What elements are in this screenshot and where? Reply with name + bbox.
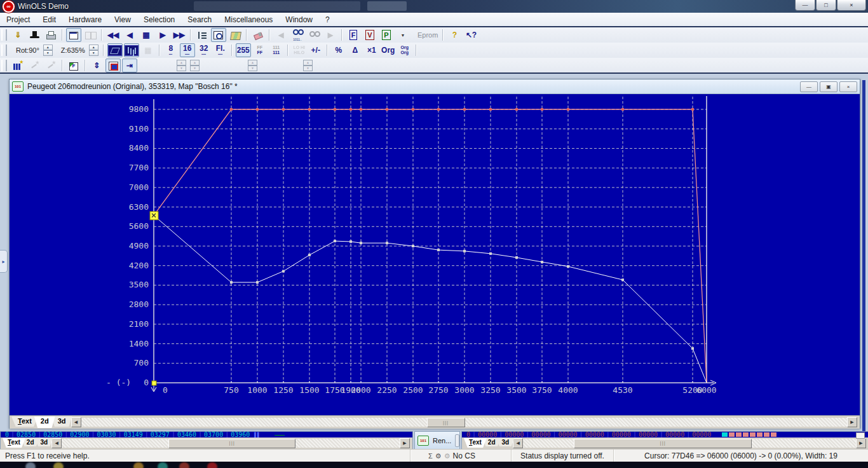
menu-item-edit[interactable]: Edit [36,14,62,25]
search-forward-icon[interactable]: ▶ [323,28,338,42]
cell-value[interactable]: 00000 [585,432,604,437]
spinner-down-icon[interactable]: ▼ [177,65,186,71]
search-back-icon[interactable]: ◀ [273,28,288,42]
cell-value[interactable]: 0 [5,432,9,437]
word-16-icon[interactable]: 16▪▪▪▪ [180,43,195,57]
go-first-icon[interactable]: ◀◀ [105,28,121,42]
row-height-icon[interactable]: ⇕ [89,59,104,72]
tab-3d[interactable]: 3d [497,438,515,446]
scroll-right-icon[interactable]: ▶ [400,438,410,448]
go-next-icon[interactable]: ▶ [155,28,170,42]
rotation-spinner[interactable]: ▲▼ [43,45,53,56]
cell-value[interactable]: 02900 [70,432,89,437]
view-3d-icon[interactable] [107,43,123,57]
table-view-icon[interactable]: ▦ [139,28,154,42]
taskbar-app-icon[interactable] [179,462,189,468]
scrollbar-track[interactable]: ||| [62,439,400,448]
scroll-left-icon[interactable]: ◀ [71,417,81,427]
background-window-right[interactable]: 0|00000|00000|00000|00000|00000|00000|00… [461,431,868,450]
go-previous-icon[interactable]: ◀ [122,28,137,42]
cell-value[interactable]: 03297 [151,432,170,437]
view-mode-dropdown-icon[interactable]: ▼ [395,28,410,42]
decimal-display-icon[interactable]: 255 [236,43,251,57]
spinner-up-icon[interactable]: ▲ [303,60,313,65]
preview-window-icon[interactable] [211,28,226,42]
percent-display-icon[interactable]: % [331,43,346,57]
percent-view-icon[interactable]: P [379,28,394,42]
original-versions-icon[interactable]: OrgOrg [397,43,412,57]
go-last-icon[interactable]: ▶▶ [172,28,187,42]
spinner-down-icon[interactable]: ▼ [190,65,200,71]
project-tree-icon[interactable] [194,28,210,42]
zoom-spinner[interactable]: ▲▼ [89,45,98,56]
maximize-button[interactable]: □ [816,0,836,11]
taskbar-app-icon[interactable] [158,462,168,468]
grid-view-icon[interactable]: ▦ [140,43,156,57]
insert-map-icon[interactable] [66,59,81,72]
new-window-icon[interactable] [66,28,81,42]
taskbar-app-icon[interactable] [53,462,64,468]
axis-spinner-d[interactable]: ▲▼ [303,60,313,71]
scroll-left-icon[interactable]: ◀ [513,438,523,448]
spinner-up-icon[interactable]: ▲ [190,60,200,65]
spinner-up-icon[interactable]: ▲ [177,60,186,65]
axis-spinner-b[interactable]: ▲▼ [190,60,200,71]
menu-item-search[interactable]: Search [181,14,218,25]
scrollbar-track[interactable]: ||| [81,418,848,427]
map-2d-view[interactable]: 0700140021002800350042004900560063007000… [10,94,860,415]
taskbar-start-orb[interactable] [25,462,36,468]
original-icon[interactable]: Org [381,43,396,57]
axis-spinner-c[interactable]: ▲▼ [248,60,257,71]
tab-2d[interactable]: 2d [34,416,55,428]
import-icon[interactable]: ⇓ [10,28,25,42]
value-view-icon[interactable]: V [362,28,377,42]
cell-value[interactable]: 00000 [612,432,631,437]
restore-button[interactable]: ▣ [820,81,837,92]
byte-8-icon[interactable]: 8▪▪▪ [163,43,179,57]
taskbar-app-icon[interactable] [207,462,217,468]
map-wizard-icon[interactable] [10,59,25,72]
byte-order-icon[interactable]: LO HIHILO [292,43,307,57]
background-window-left[interactable]: 0|02850|02850|02900|03030|03149|03297|03… [0,431,413,450]
cell-value[interactable]: 0 [466,432,470,437]
scroll-right-icon[interactable]: ▶ [847,417,857,427]
toolbar-grip[interactable] [1,29,7,41]
scroll-right-icon[interactable]: ▶ [856,438,866,448]
map-wizard-2-icon[interactable] [27,59,42,72]
hex-display-icon[interactable]: FFFF [252,43,268,57]
signed-icon[interactable]: +/- [308,43,323,57]
menu-item-[interactable]: ? [319,14,336,25]
toolbar-grip[interactable] [1,60,7,71]
menu-item-project[interactable]: Project [0,14,36,25]
cell-value[interactable]: 03460 [177,432,196,437]
map-wizard-3-icon[interactable] [43,59,58,72]
cell-value[interactable]: 00000 [531,432,550,437]
scrollbar-thumb[interactable]: ||| [168,439,295,448]
app-titlebar[interactable]: ∞ WinOLS Demo —□× [0,0,868,13]
view-2d-icon[interactable] [124,43,139,57]
menu-item-window[interactable]: Window [279,14,319,25]
binary-display-icon[interactable]: 111111 [269,43,284,57]
cell-value[interactable]: 03149 [124,432,143,437]
print-icon[interactable] [43,28,58,42]
cell-value[interactable]: 00000 [558,432,577,437]
scrollbar-track[interactable]: ||| [523,439,856,448]
minimize-button[interactable]: — [800,81,818,92]
panel-flyout-handle[interactable]: ▸ [0,250,8,273]
frame-map-icon[interactable] [105,59,121,72]
cell-value[interactable]: 00000 [692,432,711,437]
context-help-icon[interactable]: ↖? [463,28,478,42]
spinner-up-icon[interactable]: ▲ [89,45,98,50]
tab-text[interactable]: Text [3,438,25,448]
ren-window-button[interactable] [455,434,459,447]
close-button[interactable]: × [837,0,866,11]
tab-3d[interactable]: 3d [36,438,53,446]
search-repeat-icon[interactable] [306,28,322,42]
float-icon[interactable]: Fl.▪▪▪▪ [213,43,228,57]
search-binoculars-icon[interactable]: 1011.. [290,28,305,42]
cell-value[interactable]: 03700 [204,432,223,437]
toolbar-grip[interactable] [1,45,7,56]
factor-icon[interactable]: ×1 [364,43,379,57]
column-width-icon[interactable]: ⇥ [122,59,137,72]
spinner-up-icon[interactable]: ▲ [43,45,53,50]
